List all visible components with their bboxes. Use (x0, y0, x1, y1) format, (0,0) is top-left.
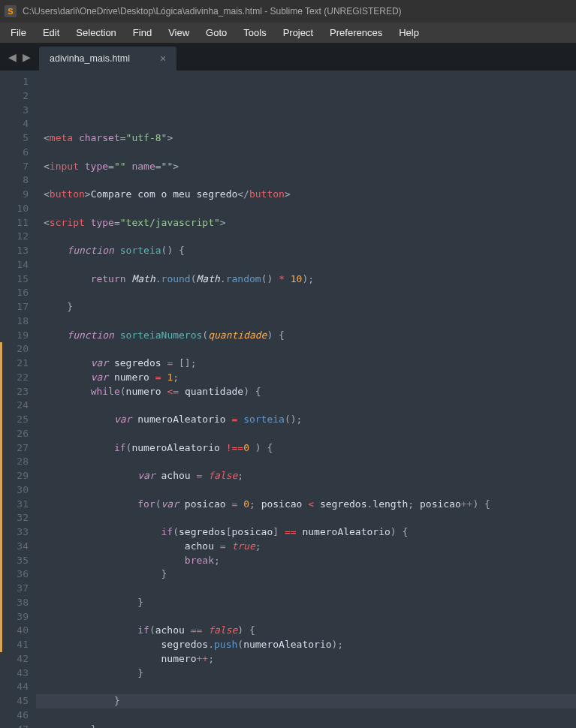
code-line[interactable] (44, 173, 576, 188)
nav-arrows: ◀ ▶ (0, 50, 39, 65)
code-line[interactable]: if(segredos[posicao] == numeroAleatorio)… (44, 525, 576, 540)
menu-view[interactable]: View (161, 24, 197, 41)
code-line[interactable] (44, 610, 576, 624)
nav-back-icon[interactable]: ◀ (6, 50, 19, 65)
code-line[interactable] (44, 342, 576, 356)
menu-preferences[interactable]: Preferences (322, 24, 390, 41)
code-line[interactable] (44, 286, 576, 300)
code-line[interactable] (44, 582, 576, 596)
menu-selection[interactable]: Selection (68, 24, 123, 41)
code-line[interactable] (44, 483, 576, 498)
menu-find[interactable]: Find (125, 24, 159, 41)
menu-goto[interactable]: Goto (198, 24, 234, 41)
line-number: 41 (0, 638, 29, 652)
line-number: 3 (0, 104, 29, 118)
titlebar: S C:\Users\darli\OneDrive\Desktop\Lógica… (0, 0, 576, 23)
line-number: 11 (0, 216, 29, 230)
code-line[interactable]: var numeroAleatorio = sorteia(); (44, 413, 576, 427)
code-line[interactable]: <button>Compare com o meu segredo</butto… (44, 188, 576, 202)
menu-help[interactable]: Help (391, 24, 427, 41)
code-line[interactable]: function sorteiaNumeros(quantidade) { (44, 329, 576, 343)
line-number: 27 (0, 441, 29, 456)
code-line[interactable]: } (44, 666, 576, 681)
line-number: 2 (0, 89, 29, 104)
menu-project[interactable]: Project (276, 24, 321, 41)
line-number: 16 (0, 286, 29, 300)
code-line[interactable]: break; (44, 554, 576, 568)
menu-tools[interactable]: Tools (236, 24, 273, 41)
code-line[interactable] (44, 427, 576, 441)
code-line[interactable]: } (44, 300, 576, 314)
code-line[interactable] (44, 511, 576, 525)
code-line[interactable]: if(numeroAleatorio !==0 ) { (44, 441, 576, 456)
line-number: 4 (0, 117, 29, 131)
code-line[interactable]: var numero = 1; (44, 371, 576, 385)
code-line[interactable]: } (44, 723, 576, 729)
line-number: 6 (0, 146, 29, 160)
line-number: 34 (0, 540, 29, 554)
line-number: 1 (0, 75, 29, 89)
code-line[interactable]: } (44, 596, 576, 610)
line-number: 22 (0, 371, 29, 385)
line-number: 38 (0, 596, 29, 610)
line-number: 17 (0, 300, 29, 314)
line-number: 23 (0, 385, 29, 399)
code-line[interactable] (44, 680, 576, 694)
line-number: 18 (0, 314, 29, 329)
line-number: 35 (0, 554, 29, 568)
code-line[interactable]: <meta charset="utf-8"> (44, 131, 576, 146)
line-number: 44 (0, 680, 29, 694)
line-number: 37 (0, 582, 29, 596)
code-line[interactable] (44, 708, 576, 723)
menu-file[interactable]: File (3, 24, 34, 41)
code-line[interactable] (44, 230, 576, 244)
code-line[interactable]: } (44, 567, 576, 582)
modified-indicator (0, 342, 2, 652)
line-number: 31 (0, 498, 29, 512)
code-line[interactable]: while(numero <= quantidade) { (44, 385, 576, 399)
editor[interactable]: 1234567891011121314151617181920212223242… (0, 71, 576, 728)
line-number: 47 (0, 723, 29, 729)
tab-filename: adivinha_mais.html (50, 53, 130, 64)
line-number: 43 (0, 666, 29, 681)
code-line[interactable]: var segredos = []; (44, 356, 576, 371)
code-area[interactable]: <meta charset="utf-8"> <input type="" na… (36, 71, 576, 728)
code-line[interactable]: for(var posicao = 0; posicao < segredos.… (44, 498, 576, 512)
file-tab[interactable]: adivinha_mais.html × (39, 47, 176, 71)
line-number: 33 (0, 525, 29, 540)
line-number: 46 (0, 708, 29, 723)
code-line[interactable]: segredos.push(numeroAleatorio); (44, 638, 576, 652)
line-number: 12 (0, 230, 29, 244)
code-line[interactable]: achou = true; (44, 540, 576, 554)
code-line[interactable]: <input type="" name=""> (44, 160, 576, 174)
code-line[interactable]: return Math.round(Math.random() * 10); (44, 272, 576, 287)
close-icon[interactable]: × (160, 53, 166, 65)
code-line[interactable]: var achou = false; (44, 469, 576, 483)
code-line[interactable] (44, 146, 576, 160)
code-line[interactable]: function sorteia() { (44, 244, 576, 258)
line-number: 15 (0, 272, 29, 287)
line-number: 20 (0, 342, 29, 356)
line-number: 24 (0, 399, 29, 413)
app-icon: S (5, 5, 17, 17)
line-number: 19 (0, 329, 29, 343)
line-number: 13 (0, 244, 29, 258)
menubar: File Edit Selection Find View Goto Tools… (0, 23, 576, 44)
code-line[interactable] (44, 455, 576, 469)
line-number: 39 (0, 610, 29, 624)
line-number: 32 (0, 511, 29, 525)
menu-edit[interactable]: Edit (35, 24, 67, 41)
code-line[interactable]: <script type="text/javascript"> (44, 216, 576, 230)
code-line[interactable] (44, 202, 576, 216)
code-line[interactable]: } (44, 694, 576, 708)
code-line[interactable] (44, 314, 576, 329)
code-line[interactable] (44, 258, 576, 272)
code-line[interactable]: if(achou == false) { (44, 624, 576, 638)
line-number: 14 (0, 258, 29, 272)
line-number: 40 (0, 624, 29, 638)
nav-forward-icon[interactable]: ▶ (20, 50, 33, 65)
code-line[interactable] (44, 399, 576, 413)
line-number: 45 (0, 694, 29, 708)
line-number: 30 (0, 483, 29, 498)
code-line[interactable]: numero++; (44, 652, 576, 666)
